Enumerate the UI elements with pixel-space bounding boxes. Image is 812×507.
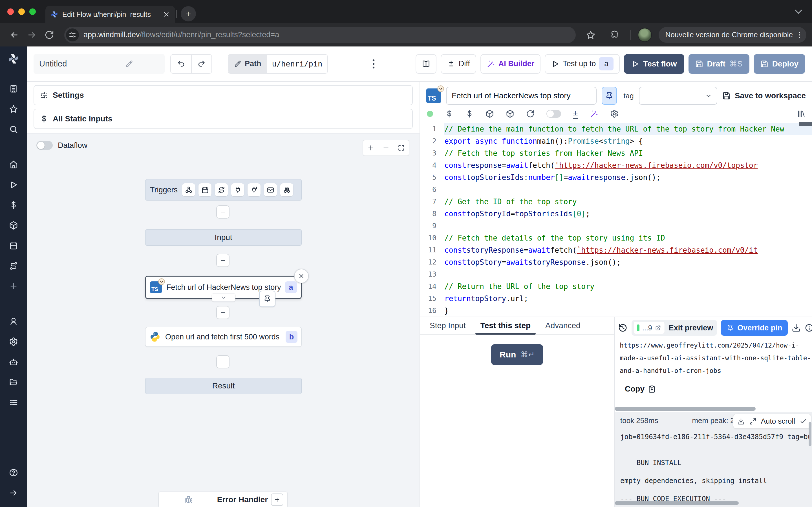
variables-icon[interactable] [445, 110, 453, 118]
download-result-icon[interactable] [792, 323, 801, 332]
sidebar-item-resources[interactable] [0, 215, 27, 235]
add-step-button[interactable] [216, 355, 230, 369]
webhook-trigger-icon[interactable] [182, 183, 195, 196]
sidebar-item-folders[interactable] [0, 372, 27, 392]
path-button[interactable]: Path u/henri/pin [228, 54, 328, 74]
minimize-window-button[interactable] [18, 8, 25, 15]
package-icon[interactable] [486, 110, 494, 118]
diff-button[interactable]: Diff [441, 54, 476, 74]
new-tab-button[interactable]: + [181, 6, 196, 21]
schedule-trigger-icon[interactable] [199, 183, 211, 196]
sidebar-item-http-routes[interactable] [0, 256, 27, 276]
expand-step-button[interactable] [212, 293, 236, 302]
error-handler-node[interactable]: Error Handler [158, 492, 288, 507]
pin-step-button[interactable] [259, 291, 275, 307]
editor-scrollbar[interactable] [799, 122, 812, 126]
zoom-in-button[interactable] [363, 140, 378, 156]
sidebar-item-schedules[interactable] [0, 235, 27, 256]
info-icon[interactable] [805, 323, 812, 332]
remove-step-button[interactable] [294, 269, 309, 283]
check-icon[interactable] [800, 418, 807, 425]
tab-step-input[interactable]: Step Input [422, 317, 473, 334]
docs-button[interactable] [416, 54, 437, 74]
maximize-window-button[interactable] [29, 8, 36, 15]
zoom-out-button[interactable] [378, 140, 394, 156]
sidebar-item-variables[interactable] [0, 195, 27, 215]
sidebar-item-settings[interactable] [0, 332, 27, 352]
draft-button[interactable]: Draft ⌘S [689, 54, 749, 74]
more-options-icon[interactable] [367, 55, 380, 72]
redo-button[interactable] [191, 55, 211, 73]
triggers-node[interactable]: Triggers [145, 179, 302, 201]
sidebar-item-workspace[interactable] [0, 78, 27, 99]
job-status-chip[interactable]: ...9 [633, 322, 665, 334]
flow-name-input[interactable]: Untitled [34, 54, 165, 74]
dataflow-toggle[interactable] [36, 141, 53, 150]
test-up-to-button[interactable]: Test up to a [545, 54, 620, 74]
sidebar-item-favorites[interactable] [0, 99, 27, 119]
code-editor[interactable]: 1// Define the main function to fetch th… [420, 122, 812, 317]
http-route-trigger-icon[interactable] [215, 183, 228, 196]
address-bar[interactable]: app.windmill.dev/flows/edit/u/henri/pin_… [64, 27, 576, 43]
bookmark-star-icon[interactable] [586, 30, 596, 40]
tag-select[interactable] [639, 87, 717, 105]
step-node-a[interactable]: TS Fetch url of HackerNews top story a [145, 276, 302, 299]
sidebar-item-help[interactable] [0, 462, 27, 483]
step-title-input[interactable]: Fetch url of HackerNews top story [446, 87, 597, 105]
tab-close-icon[interactable] [163, 11, 170, 18]
profile-avatar[interactable] [638, 28, 652, 42]
ai-builder-button[interactable]: AI Builder [480, 54, 541, 74]
tab-test-this-step[interactable]: Test this step [473, 317, 538, 334]
sidebar-item-workers[interactable] [0, 352, 27, 372]
add-step-button[interactable] [216, 306, 230, 319]
reload-icon[interactable] [45, 30, 54, 40]
sidebar-item-home[interactable] [0, 154, 27, 175]
log-vscrollbar[interactable] [809, 422, 811, 446]
browser-menu-icon[interactable] [796, 31, 804, 39]
chrome-update-button[interactable]: Nouvelle version de Chrome disponible [659, 27, 806, 43]
package-icon[interactable] [506, 110, 514, 118]
path-edit-section[interactable]: Path [229, 55, 267, 73]
add-step-button[interactable] [216, 254, 230, 267]
ai-assist-icon[interactable] [590, 110, 598, 118]
email-trigger-icon[interactable] [264, 183, 277, 196]
input-node[interactable]: Input [145, 229, 302, 245]
copy-button[interactable]: Copy [625, 385, 812, 393]
editor-settings-icon[interactable] [610, 110, 619, 118]
result-node[interactable]: Result [145, 378, 302, 394]
reload-deps-icon[interactable] [526, 110, 535, 118]
flow-settings-row[interactable]: Settings [34, 85, 413, 105]
close-window-button[interactable] [7, 8, 14, 15]
test-flow-button[interactable]: Test flow [624, 54, 684, 74]
expand-logs-icon[interactable] [749, 418, 756, 425]
result-hscrollbar[interactable] [615, 407, 756, 411]
deploy-button[interactable]: Deploy [754, 54, 805, 74]
exit-preview-button[interactable]: Exit preview [669, 324, 713, 332]
history-icon[interactable] [618, 323, 627, 333]
tab-advanced[interactable]: Advanced [538, 317, 588, 334]
sidebar-item-create[interactable] [0, 276, 27, 296]
forward-icon[interactable] [27, 30, 37, 40]
diff-mode-icon[interactable]: ± [573, 109, 578, 119]
sidebar-item-users[interactable] [0, 311, 27, 332]
back-icon[interactable] [10, 30, 19, 40]
editor-toggle[interactable] [546, 110, 561, 118]
sidebar-item-search[interactable] [0, 119, 27, 139]
extensions-icon[interactable] [610, 30, 620, 40]
step-node-b[interactable]: Open url and fetch first 500 words of ..… [145, 327, 302, 347]
override-pin-button[interactable]: Override pin [721, 320, 788, 336]
download-logs-icon[interactable] [737, 418, 745, 425]
log-hscrollbar[interactable] [615, 501, 739, 505]
add-error-handler-button[interactable] [271, 494, 283, 506]
site-settings-icon[interactable] [66, 29, 79, 41]
browser-tab[interactable]: Edit Flow u/henri/pin_results [45, 6, 175, 23]
window-controls[interactable] [0, 8, 36, 15]
websocket-trigger-icon[interactable] [231, 183, 244, 196]
external-link-icon[interactable] [655, 325, 661, 331]
windmill-logo[interactable] [0, 47, 27, 71]
tab-search-chevron-icon[interactable] [792, 5, 805, 18]
add-step-button[interactable] [216, 205, 230, 219]
poll-trigger-icon[interactable] [280, 183, 293, 196]
sidebar-item-audit-logs[interactable] [0, 392, 27, 413]
run-button[interactable]: Run ⌘↵ [491, 344, 543, 365]
